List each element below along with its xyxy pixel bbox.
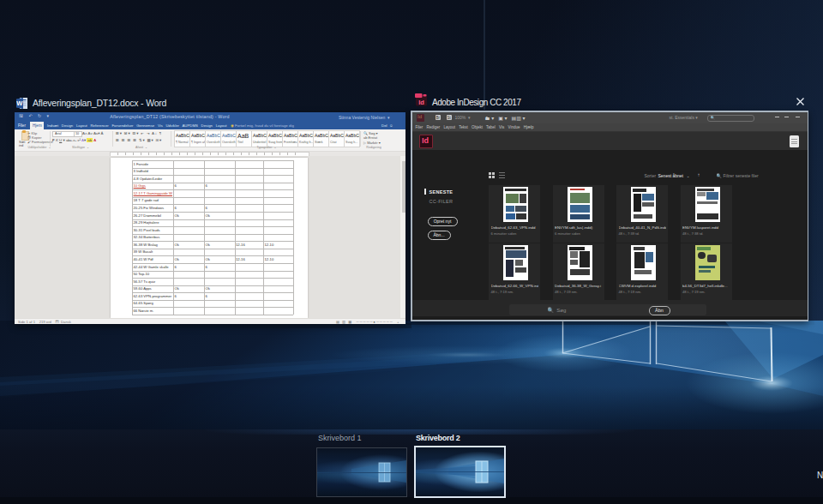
svg-text:W: W bbox=[16, 99, 23, 107]
svg-text:Id: Id bbox=[418, 99, 424, 106]
